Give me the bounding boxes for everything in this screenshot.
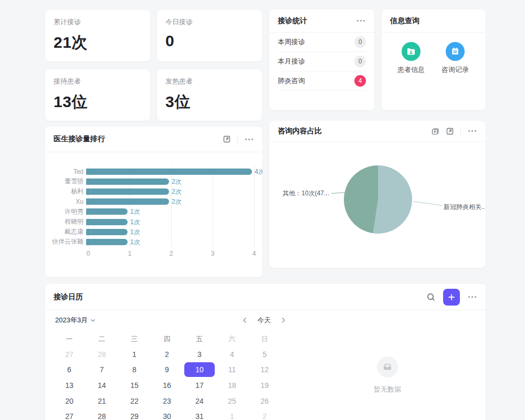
prev-month-icon[interactable]	[243, 317, 247, 323]
bar-x-axis: 01234	[45, 250, 262, 257]
calendar-day[interactable]: 14	[86, 377, 118, 393]
bar[interactable]	[86, 239, 128, 245]
bar-category-label: Ted	[45, 168, 86, 175]
panel-header: 接诊统计	[269, 9, 374, 33]
bar[interactable]	[86, 169, 252, 175]
stats-row-month[interactable]: 本月接诊 0	[278, 52, 366, 71]
panel-header: 信息查询	[382, 9, 486, 33]
calendar-day[interactable]: 2	[151, 346, 183, 362]
calendar-day[interactable]: 3	[183, 346, 216, 362]
card-header: 咨询内容占比	[269, 121, 486, 142]
bar-category-label: 戴志康	[45, 227, 86, 236]
calendar-day[interactable]: 2	[248, 408, 281, 420]
doctor-ranking-card: 医生接诊量排行 Ted4次董雪骄2次杨利2次Xu2次许明秀1次程晓明1次戴志康1…	[45, 127, 262, 277]
calendar-day[interactable]: 21	[86, 393, 118, 409]
calendar-day[interactable]: 17	[183, 377, 216, 393]
calendar-day[interactable]: 5	[248, 346, 281, 362]
bar[interactable]	[86, 208, 128, 215]
calendar-day[interactable]: 24	[183, 393, 216, 409]
download-image-icon[interactable]	[431, 127, 439, 135]
calendar-day[interactable]: 8	[118, 362, 151, 378]
calendar-day[interactable]: 22	[118, 393, 151, 409]
bar[interactable]	[86, 178, 169, 185]
selected-day-pill: 10	[184, 362, 215, 377]
calendar-day[interactable]: 18	[216, 377, 248, 393]
calendar-day[interactable]: 19	[248, 377, 281, 393]
month-label: 2023年3月	[55, 316, 88, 325]
more-menu-icon[interactable]	[244, 136, 254, 142]
expand-icon[interactable]	[223, 135, 231, 143]
pie[interactable]	[344, 165, 412, 234]
chevron-down-icon	[90, 319, 96, 322]
calendar-day[interactable]: 31	[183, 408, 216, 420]
calendar-day[interactable]: 28	[86, 408, 118, 420]
bar[interactable]	[86, 198, 169, 205]
bar-track: 1次	[86, 219, 262, 225]
calendar-day[interactable]: 23	[151, 393, 183, 409]
card-header: 接诊日历	[45, 284, 486, 310]
calendar-day[interactable]: 27	[53, 408, 86, 420]
month-picker[interactable]: 2023年3月	[55, 316, 96, 325]
search-icon[interactable]	[426, 292, 436, 302]
stats-row-week[interactable]: 本周接诊 0	[278, 33, 366, 52]
more-menu-icon[interactable]	[467, 128, 477, 134]
calendar-weekdays: 一二三四五六日	[53, 334, 281, 344]
info-query-panel: 信息查询 患者信息 咨询记录	[382, 9, 486, 110]
consult-record-icon	[446, 42, 465, 61]
panel-title: 信息查询	[390, 16, 419, 26]
pie-label-other: 其他：10次(47...	[275, 189, 329, 198]
calendar-grid: 2728123456789101112131415161718192021222…	[53, 346, 281, 420]
bar-track: 1次	[86, 229, 262, 235]
calendar-day[interactable]: 20	[53, 393, 86, 409]
stat-card-patients-received: 接待患者 13位	[45, 69, 150, 121]
bar-row: Xu2次	[45, 197, 262, 207]
more-menu-icon[interactable]	[356, 18, 366, 24]
stats-row-pneumonia[interactable]: 肺炎咨询 4	[278, 71, 366, 91]
calendar-day[interactable]: 29	[118, 408, 151, 420]
next-month-icon[interactable]	[281, 317, 286, 323]
calendar-day[interactable]: 1	[216, 408, 248, 420]
bar-row: 许明秀1次	[45, 207, 262, 217]
calendar-day[interactable]: 7	[86, 362, 118, 378]
bar[interactable]	[86, 229, 128, 235]
add-event-button[interactable]	[443, 289, 460, 306]
pie-leader-line-right	[413, 201, 443, 206]
bar-track: 1次	[86, 208, 262, 215]
calendar-day[interactable]: 26	[248, 393, 281, 409]
calendar-day[interactable]: 4	[216, 346, 248, 362]
calendar-day[interactable]: 15	[118, 377, 151, 393]
shortcut-patient-info[interactable]: 患者信息	[392, 42, 430, 75]
bar-track: 2次	[86, 198, 262, 205]
calendar-day[interactable]: 9	[151, 362, 183, 378]
calendar-day[interactable]: 6	[53, 362, 86, 378]
calendar-day[interactable]: 25	[216, 393, 248, 409]
calendar-day[interactable]: 27	[53, 346, 86, 362]
stat-label: 累计接诊	[54, 17, 142, 27]
x-tick-label: 3	[207, 250, 218, 257]
calendar-day[interactable]: 28	[86, 346, 118, 362]
calendar-day[interactable]: 30	[151, 408, 183, 420]
calendar-day[interactable]: 16	[151, 377, 183, 393]
bar-category-label: Xu	[45, 198, 86, 205]
bar-row: 董雪骄2次	[45, 176, 262, 186]
calendar-day[interactable]: 1	[118, 346, 151, 362]
bar[interactable]	[86, 219, 128, 225]
more-menu-icon[interactable]	[467, 294, 477, 300]
calendar-day[interactable]: 11	[216, 362, 248, 378]
calendar-day[interactable]: 12	[248, 362, 281, 378]
stat-value: 3位	[165, 91, 254, 113]
today-button[interactable]: 今天	[257, 316, 271, 325]
bar-row: 程晓明1次	[45, 217, 262, 227]
calendar-day[interactable]: 10	[183, 362, 216, 378]
card-title: 接诊日历	[54, 292, 83, 302]
weekday-label: 四	[151, 334, 183, 344]
card-title: 咨询内容占比	[278, 127, 322, 136]
expand-icon[interactable]	[446, 127, 454, 135]
stat-card-today-visits: 今日接诊 0	[157, 10, 262, 61]
stat-value: 0	[165, 32, 254, 50]
calendar-day[interactable]: 13	[53, 377, 86, 393]
shortcut-consult-records[interactable]: 咨询记录	[436, 42, 474, 75]
x-tick-label: 1	[124, 250, 135, 257]
bar[interactable]	[86, 188, 169, 195]
divider	[237, 135, 238, 143]
